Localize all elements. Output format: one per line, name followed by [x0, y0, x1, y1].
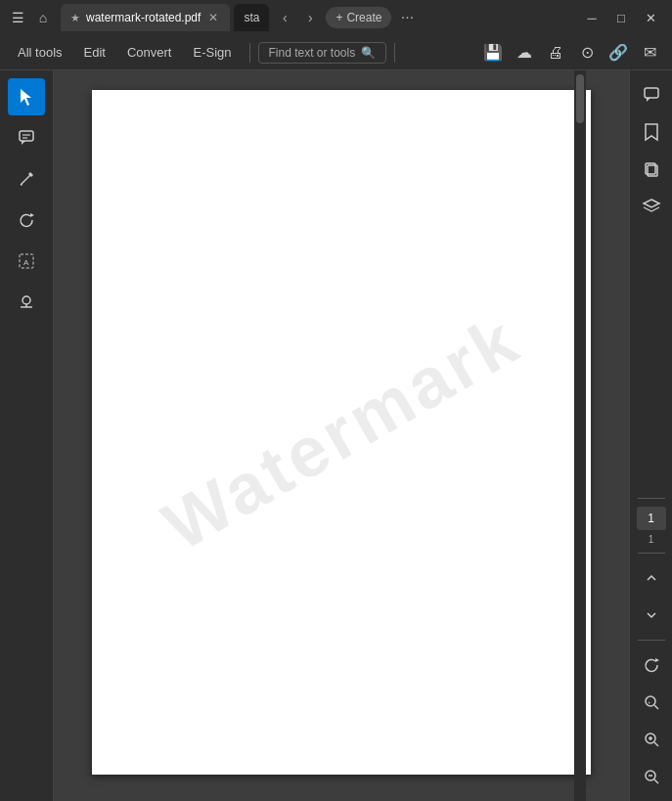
search-icon: 🔍 — [361, 46, 376, 60]
tab-sta[interactable]: sta — [234, 4, 269, 31]
left-toolbar: A — [0, 70, 54, 801]
cloud-upload-icon[interactable]: ☁ — [510, 38, 539, 67]
svg-line-29 — [654, 779, 658, 783]
tab-title: watermark-rotated.pdf — [86, 11, 201, 24]
pen-tool-button[interactable] — [8, 160, 45, 198]
tab-navigation: ‹ › — [273, 6, 322, 29]
right-panel-divider-2 — [638, 553, 665, 554]
svg-rect-1 — [20, 131, 33, 141]
zoom-in-button[interactable] — [635, 723, 668, 756]
tab-close-button[interactable]: ✕ — [206, 11, 220, 24]
new-tab-label: Create — [346, 11, 381, 24]
svg-text:+: + — [648, 699, 651, 705]
svg-line-22 — [654, 705, 658, 709]
svg-rect-14 — [645, 88, 658, 98]
more-options-button[interactable]: ··· — [395, 6, 419, 29]
svg-text:A: A — [23, 258, 29, 267]
window-controls: ─ □ ✕ — [578, 4, 664, 31]
page-indicator[interactable]: 1 — [637, 507, 666, 530]
copy-panel-button[interactable] — [635, 153, 668, 186]
search-text-tools[interactable]: Find text or tools 🔍 — [258, 42, 387, 64]
toolbar-icons: 💾 ☁ 🖨 ⊙ 🔗 ✉ — [478, 38, 664, 67]
page-total: 1 — [649, 534, 654, 545]
page-up-button[interactable] — [635, 561, 668, 595]
tab-star-icon: ★ — [70, 12, 80, 24]
scan-icon[interactable]: ⊙ — [572, 38, 602, 67]
watermark-text: Watermark — [150, 298, 533, 566]
link-icon[interactable]: 🔗 — [604, 38, 633, 67]
right-panel-top — [635, 78, 668, 490]
comments-panel-button[interactable] — [635, 78, 668, 111]
menu-convert[interactable]: Convert — [117, 41, 182, 64]
home-icon[interactable]: ⌂ — [33, 8, 53, 27]
vertical-scrollbar[interactable] — [574, 70, 586, 801]
main-area: A Watermark — [0, 70, 672, 801]
svg-marker-16 — [646, 124, 657, 140]
svg-line-5 — [21, 175, 30, 185]
bookmarks-panel-button[interactable] — [635, 115, 668, 149]
stamp-tool-button[interactable] — [8, 284, 45, 321]
svg-marker-19 — [644, 200, 659, 207]
menu-esign[interactable]: E-Sign — [183, 41, 241, 64]
rotate-tool-button[interactable] — [8, 201, 45, 239]
menu-edit[interactable]: Edit — [74, 41, 115, 64]
svg-marker-0 — [21, 89, 31, 106]
tab2-title: sta — [244, 11, 259, 24]
text-select-tool-button[interactable]: A — [8, 243, 45, 280]
menubar: All tools Edit Convert E-Sign Find text … — [0, 35, 672, 70]
tab-watermark-rotated[interactable]: ★ watermark-rotated.pdf ✕ — [61, 4, 230, 31]
close-button[interactable]: ✕ — [637, 4, 664, 31]
new-tab-button[interactable]: + Create — [326, 7, 391, 28]
scrollbar-thumb[interactable] — [576, 74, 584, 123]
maximize-button[interactable]: □ — [607, 4, 635, 31]
right-panel-divider — [638, 498, 665, 499]
new-tab-plus-icon: + — [336, 11, 342, 24]
tab-area: ★ watermark-rotated.pdf ✕ sta ‹ › + Crea… — [61, 4, 570, 31]
svg-point-11 — [22, 296, 30, 304]
hamburger-menu-icon[interactable]: ☰ — [8, 8, 27, 27]
print-icon[interactable]: 🖨 — [541, 38, 570, 67]
right-panel-divider-3 — [638, 640, 665, 641]
layers-panel-button[interactable] — [635, 190, 668, 223]
svg-line-25 — [654, 742, 658, 746]
pdf-page: Watermark — [92, 90, 591, 775]
search-page-button[interactable]: + — [635, 686, 668, 719]
menu-all-tools[interactable]: All tools — [8, 41, 72, 64]
save-icon[interactable]: 💾 — [478, 38, 508, 67]
tab-nav-forward-button[interactable]: › — [298, 6, 322, 29]
refresh-button[interactable] — [635, 648, 668, 682]
page-down-button[interactable] — [635, 599, 668, 632]
tab-nav-back-button[interactable]: ‹ — [273, 6, 296, 29]
zoom-out-button[interactable] — [635, 760, 668, 793]
select-tool-button[interactable] — [8, 78, 45, 115]
titlebar: ☰ ⌂ ★ watermark-rotated.pdf ✕ sta ‹ › + … — [0, 0, 672, 35]
pdf-container[interactable]: Watermark — [54, 70, 629, 801]
menu-separator-1 — [249, 43, 250, 63]
viewer-area: Watermark — [54, 70, 629, 801]
comment-tool-button[interactable] — [8, 119, 45, 156]
svg-marker-20 — [655, 658, 659, 662]
svg-marker-8 — [30, 213, 34, 217]
right-panel: 1 1 — [629, 70, 672, 801]
right-panel-bottom: 1 1 — [635, 507, 668, 793]
minimize-button[interactable]: ─ — [578, 4, 605, 31]
menu-separator-2 — [394, 43, 395, 63]
search-label: Find text or tools — [269, 46, 356, 60]
mail-icon[interactable]: ✉ — [635, 38, 664, 67]
